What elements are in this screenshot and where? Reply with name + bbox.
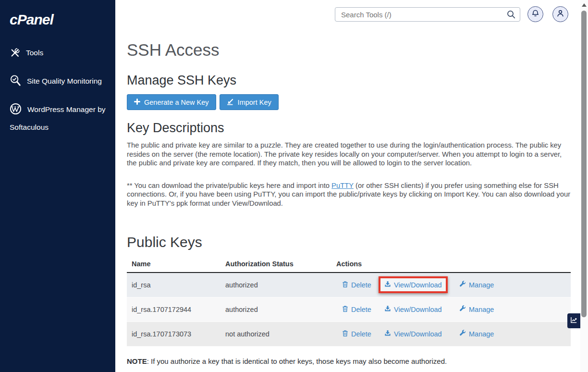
- header-name: Name: [127, 260, 220, 268]
- note-text: : If you authorize a key that is identic…: [147, 357, 447, 365]
- generate-new-key-button[interactable]: Generate a New Key: [127, 94, 216, 110]
- download-icon: [384, 281, 391, 289]
- plus-icon: [134, 99, 140, 106]
- trash-icon: [342, 330, 348, 338]
- actions-cell: Delete View/Download: [331, 305, 571, 314]
- magnifier-check-icon: [10, 74, 21, 91]
- actions-cell: Delete View/Download: [331, 276, 571, 293]
- key-buttons-row: Generate a New Key Import Key: [127, 94, 571, 110]
- delete-link[interactable]: Delete: [342, 281, 373, 289]
- download-icon: [384, 305, 391, 313]
- view-download-link[interactable]: View/Download: [384, 330, 442, 338]
- manage-link[interactable]: Manage: [459, 281, 494, 289]
- action-label: Delete: [351, 281, 371, 289]
- view-download-slot: View/Download: [379, 330, 452, 338]
- sidebar: cPanel Tools Site Quality Monitoring: [0, 0, 115, 372]
- action-label: Delete: [351, 306, 371, 313]
- view-download-slot: View/Download: [379, 305, 452, 313]
- table-header-row: Name Authorization Status Actions: [127, 260, 571, 273]
- search-input[interactable]: [335, 7, 520, 22]
- chart-line-icon: [570, 316, 577, 325]
- user-icon: [556, 9, 564, 19]
- wrench-icon: [459, 330, 466, 338]
- main-content: SSH Access Manage SSH Keys Generate a Ne…: [127, 30, 571, 365]
- cpanel-logo[interactable]: cPanel: [10, 12, 115, 28]
- putty-link[interactable]: PuTTY: [331, 182, 354, 189]
- manage-ssh-keys-heading: Manage SSH Keys: [127, 73, 571, 88]
- sidebar-item-label: Tools: [26, 49, 43, 57]
- key-name: id_rsa: [127, 281, 220, 289]
- wrench-icon: [459, 305, 466, 313]
- button-label: Import Key: [238, 99, 271, 106]
- key-status: authorized: [220, 281, 331, 289]
- key-name: id_rsa.1707173073: [127, 330, 220, 338]
- analytics-fab-button[interactable]: [567, 313, 580, 328]
- public-keys-table: Name Authorization Status Actions id_rsa…: [127, 260, 571, 347]
- topbar: [115, 0, 580, 30]
- table-row: id_rsa.1707172944 authorized Delete: [127, 298, 571, 322]
- key-descriptions-heading: Key Descriptions: [127, 121, 571, 136]
- view-download-link[interactable]: View/Download: [384, 305, 442, 313]
- table-row: id_rsa.1707173073 not authorized Delete: [127, 322, 571, 347]
- action-label: View/Download: [394, 281, 442, 289]
- import-key-button[interactable]: Import Key: [220, 94, 279, 110]
- table-row: id_rsa authorized Delete: [127, 273, 571, 298]
- scroll-up-arrow[interactable]: [582, 3, 587, 7]
- delete-link[interactable]: Delete: [342, 330, 373, 338]
- header-authorization-status: Authorization Status: [220, 260, 331, 268]
- action-label: Delete: [351, 330, 371, 338]
- action-label: Manage: [469, 330, 494, 338]
- annotation-highlight: View/Download: [379, 276, 448, 293]
- action-label: Manage: [469, 306, 494, 313]
- sidebar-item-tools[interactable]: Tools: [0, 45, 115, 63]
- button-label: Generate a New Key: [144, 99, 209, 106]
- paragraph-text: ** You can download the private/public k…: [127, 182, 331, 189]
- action-label: View/Download: [394, 306, 442, 313]
- manage-link[interactable]: Manage: [459, 330, 494, 338]
- key-name: id_rsa.1707172944: [127, 306, 220, 313]
- key-status: authorized: [220, 306, 331, 313]
- actions-cell: Delete View/Download: [331, 330, 571, 338]
- header-actions: Actions: [331, 260, 571, 268]
- sidebar-item-label: Site Quality Monitoring: [27, 77, 102, 85]
- page-title: SSH Access: [127, 40, 571, 60]
- sidebar-nav: Tools Site Quality Monitoring WordPress …: [0, 45, 115, 135]
- key-descriptions-paragraph: The public and private key are similar t…: [127, 141, 571, 168]
- public-keys-heading: Public Keys: [127, 234, 571, 250]
- action-label: Manage: [469, 281, 494, 289]
- sidebar-item-site-quality-monitoring[interactable]: Site Quality Monitoring: [0, 74, 115, 91]
- user-button[interactable]: [552, 6, 568, 22]
- putty-paragraph: ** You can download the private/public k…: [127, 181, 571, 208]
- wordpress-icon: [10, 103, 22, 120]
- notifications-button[interactable]: [527, 6, 543, 22]
- trash-icon: [342, 281, 348, 289]
- key-status: not authorized: [220, 330, 331, 338]
- view-download-slot: View/Download: [379, 276, 452, 293]
- sidebar-item-label: WordPress Manager by Softaculous: [10, 105, 106, 131]
- trash-icon: [342, 305, 348, 314]
- bell-icon: [531, 9, 539, 19]
- download-icon: [384, 330, 391, 338]
- wrench-icon: [459, 281, 466, 289]
- tools-icon: [10, 48, 20, 63]
- vertical-scrollbar[interactable]: [580, 0, 588, 372]
- note-line: NOTE: If you authorize a key that is ide…: [127, 357, 571, 365]
- delete-link[interactable]: Delete: [342, 305, 373, 314]
- manage-link[interactable]: Manage: [459, 305, 494, 313]
- action-label: View/Download: [394, 330, 442, 338]
- search-icon[interactable]: [507, 10, 515, 21]
- import-icon: [227, 98, 234, 107]
- view-download-link[interactable]: View/Download: [384, 281, 442, 289]
- sidebar-item-wordpress-manager[interactable]: WordPress Manager by Softaculous: [0, 102, 115, 135]
- note-label: NOTE: [127, 357, 147, 365]
- scrollbar-thumb[interactable]: [581, 11, 587, 317]
